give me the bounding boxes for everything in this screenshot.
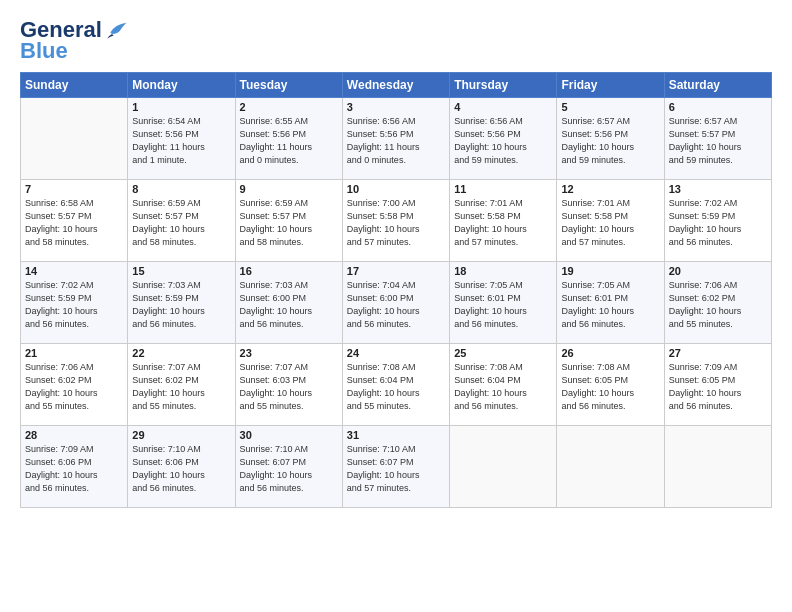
day-number: 23 <box>240 347 338 359</box>
day-info: Sunrise: 7:08 AM Sunset: 6:04 PM Dayligh… <box>347 361 445 413</box>
day-cell <box>21 98 128 180</box>
day-info: Sunrise: 6:59 AM Sunset: 5:57 PM Dayligh… <box>132 197 230 249</box>
day-info: Sunrise: 7:01 AM Sunset: 5:58 PM Dayligh… <box>454 197 552 249</box>
day-info: Sunrise: 7:08 AM Sunset: 6:04 PM Dayligh… <box>454 361 552 413</box>
day-info: Sunrise: 7:10 AM Sunset: 6:07 PM Dayligh… <box>347 443 445 495</box>
header-cell-friday: Friday <box>557 73 664 98</box>
day-info: Sunrise: 7:02 AM Sunset: 5:59 PM Dayligh… <box>669 197 767 249</box>
day-cell: 2Sunrise: 6:55 AM Sunset: 5:56 PM Daylig… <box>235 98 342 180</box>
day-cell: 22Sunrise: 7:07 AM Sunset: 6:02 PM Dayli… <box>128 344 235 426</box>
day-info: Sunrise: 7:05 AM Sunset: 6:01 PM Dayligh… <box>454 279 552 331</box>
day-cell: 27Sunrise: 7:09 AM Sunset: 6:05 PM Dayli… <box>664 344 771 426</box>
header-cell-thursday: Thursday <box>450 73 557 98</box>
day-info: Sunrise: 7:05 AM Sunset: 6:01 PM Dayligh… <box>561 279 659 331</box>
day-number: 14 <box>25 265 123 277</box>
day-cell: 14Sunrise: 7:02 AM Sunset: 5:59 PM Dayli… <box>21 262 128 344</box>
day-cell <box>664 426 771 508</box>
day-number: 1 <box>132 101 230 113</box>
day-cell: 19Sunrise: 7:05 AM Sunset: 6:01 PM Dayli… <box>557 262 664 344</box>
day-number: 28 <box>25 429 123 441</box>
week-row-3: 14Sunrise: 7:02 AM Sunset: 5:59 PM Dayli… <box>21 262 772 344</box>
day-info: Sunrise: 7:00 AM Sunset: 5:58 PM Dayligh… <box>347 197 445 249</box>
day-cell: 21Sunrise: 7:06 AM Sunset: 6:02 PM Dayli… <box>21 344 128 426</box>
week-row-1: 1Sunrise: 6:54 AM Sunset: 5:56 PM Daylig… <box>21 98 772 180</box>
day-cell: 30Sunrise: 7:10 AM Sunset: 6:07 PM Dayli… <box>235 426 342 508</box>
day-info: Sunrise: 6:58 AM Sunset: 5:57 PM Dayligh… <box>25 197 123 249</box>
day-cell: 31Sunrise: 7:10 AM Sunset: 6:07 PM Dayli… <box>342 426 449 508</box>
day-info: Sunrise: 7:10 AM Sunset: 6:07 PM Dayligh… <box>240 443 338 495</box>
day-number: 12 <box>561 183 659 195</box>
header-cell-wednesday: Wednesday <box>342 73 449 98</box>
day-cell: 28Sunrise: 7:09 AM Sunset: 6:06 PM Dayli… <box>21 426 128 508</box>
day-info: Sunrise: 6:56 AM Sunset: 5:56 PM Dayligh… <box>347 115 445 167</box>
day-number: 7 <box>25 183 123 195</box>
header-cell-monday: Monday <box>128 73 235 98</box>
day-number: 16 <box>240 265 338 277</box>
day-number: 9 <box>240 183 338 195</box>
day-info: Sunrise: 6:55 AM Sunset: 5:56 PM Dayligh… <box>240 115 338 167</box>
day-number: 29 <box>132 429 230 441</box>
day-info: Sunrise: 7:04 AM Sunset: 6:00 PM Dayligh… <box>347 279 445 331</box>
day-cell: 24Sunrise: 7:08 AM Sunset: 6:04 PM Dayli… <box>342 344 449 426</box>
day-cell: 11Sunrise: 7:01 AM Sunset: 5:58 PM Dayli… <box>450 180 557 262</box>
header-cell-sunday: Sunday <box>21 73 128 98</box>
logo: General Blue <box>20 18 128 64</box>
day-cell <box>450 426 557 508</box>
day-info: Sunrise: 7:08 AM Sunset: 6:05 PM Dayligh… <box>561 361 659 413</box>
header: General Blue <box>20 18 772 64</box>
day-number: 15 <box>132 265 230 277</box>
day-cell: 25Sunrise: 7:08 AM Sunset: 6:04 PM Dayli… <box>450 344 557 426</box>
day-cell: 18Sunrise: 7:05 AM Sunset: 6:01 PM Dayli… <box>450 262 557 344</box>
day-cell: 3Sunrise: 6:56 AM Sunset: 5:56 PM Daylig… <box>342 98 449 180</box>
day-number: 22 <box>132 347 230 359</box>
calendar-table: SundayMondayTuesdayWednesdayThursdayFrid… <box>20 72 772 508</box>
day-number: 4 <box>454 101 552 113</box>
day-info: Sunrise: 7:09 AM Sunset: 6:06 PM Dayligh… <box>25 443 123 495</box>
day-number: 6 <box>669 101 767 113</box>
calendar-header: SundayMondayTuesdayWednesdayThursdayFrid… <box>21 73 772 98</box>
day-number: 20 <box>669 265 767 277</box>
day-info: Sunrise: 7:03 AM Sunset: 6:00 PM Dayligh… <box>240 279 338 331</box>
day-info: Sunrise: 7:02 AM Sunset: 5:59 PM Dayligh… <box>25 279 123 331</box>
day-info: Sunrise: 7:07 AM Sunset: 6:02 PM Dayligh… <box>132 361 230 413</box>
day-number: 30 <box>240 429 338 441</box>
header-cell-saturday: Saturday <box>664 73 771 98</box>
day-info: Sunrise: 6:56 AM Sunset: 5:56 PM Dayligh… <box>454 115 552 167</box>
day-cell: 13Sunrise: 7:02 AM Sunset: 5:59 PM Dayli… <box>664 180 771 262</box>
day-number: 2 <box>240 101 338 113</box>
day-number: 21 <box>25 347 123 359</box>
day-number: 18 <box>454 265 552 277</box>
day-cell: 12Sunrise: 7:01 AM Sunset: 5:58 PM Dayli… <box>557 180 664 262</box>
page: General Blue SundayMondayTuesdayWednesda… <box>0 0 792 612</box>
day-number: 10 <box>347 183 445 195</box>
day-info: Sunrise: 6:54 AM Sunset: 5:56 PM Dayligh… <box>132 115 230 167</box>
day-number: 27 <box>669 347 767 359</box>
day-cell: 9Sunrise: 6:59 AM Sunset: 5:57 PM Daylig… <box>235 180 342 262</box>
week-row-4: 21Sunrise: 7:06 AM Sunset: 6:02 PM Dayli… <box>21 344 772 426</box>
day-number: 17 <box>347 265 445 277</box>
day-number: 31 <box>347 429 445 441</box>
day-cell: 17Sunrise: 7:04 AM Sunset: 6:00 PM Dayli… <box>342 262 449 344</box>
day-info: Sunrise: 6:57 AM Sunset: 5:57 PM Dayligh… <box>669 115 767 167</box>
calendar-body: 1Sunrise: 6:54 AM Sunset: 5:56 PM Daylig… <box>21 98 772 508</box>
day-cell: 23Sunrise: 7:07 AM Sunset: 6:03 PM Dayli… <box>235 344 342 426</box>
logo-text-blue: Blue <box>20 38 68 64</box>
logo-bird-icon <box>104 18 128 42</box>
day-cell: 7Sunrise: 6:58 AM Sunset: 5:57 PM Daylig… <box>21 180 128 262</box>
day-cell: 8Sunrise: 6:59 AM Sunset: 5:57 PM Daylig… <box>128 180 235 262</box>
day-number: 8 <box>132 183 230 195</box>
day-number: 24 <box>347 347 445 359</box>
day-info: Sunrise: 7:06 AM Sunset: 6:02 PM Dayligh… <box>669 279 767 331</box>
day-number: 13 <box>669 183 767 195</box>
day-info: Sunrise: 7:01 AM Sunset: 5:58 PM Dayligh… <box>561 197 659 249</box>
day-number: 5 <box>561 101 659 113</box>
week-row-5: 28Sunrise: 7:09 AM Sunset: 6:06 PM Dayli… <box>21 426 772 508</box>
day-info: Sunrise: 7:03 AM Sunset: 5:59 PM Dayligh… <box>132 279 230 331</box>
day-cell: 10Sunrise: 7:00 AM Sunset: 5:58 PM Dayli… <box>342 180 449 262</box>
day-cell: 6Sunrise: 6:57 AM Sunset: 5:57 PM Daylig… <box>664 98 771 180</box>
day-cell: 20Sunrise: 7:06 AM Sunset: 6:02 PM Dayli… <box>664 262 771 344</box>
day-info: Sunrise: 7:07 AM Sunset: 6:03 PM Dayligh… <box>240 361 338 413</box>
header-row: SundayMondayTuesdayWednesdayThursdayFrid… <box>21 73 772 98</box>
day-cell: 15Sunrise: 7:03 AM Sunset: 5:59 PM Dayli… <box>128 262 235 344</box>
day-cell: 16Sunrise: 7:03 AM Sunset: 6:00 PM Dayli… <box>235 262 342 344</box>
